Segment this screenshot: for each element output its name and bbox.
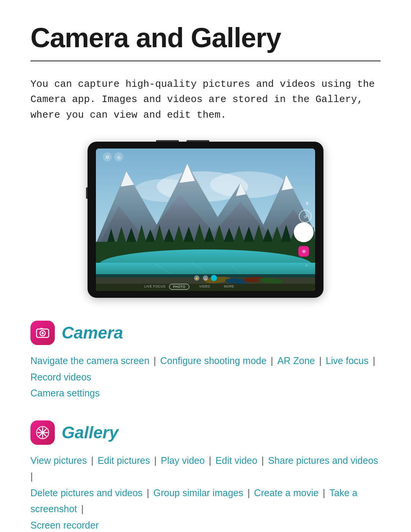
svg-point-69 bbox=[41, 332, 44, 334]
svg-text:≡: ≡ bbox=[306, 264, 308, 267]
camera-links: Navigate the camera screen | Configure s… bbox=[30, 353, 381, 401]
sep8: | bbox=[259, 455, 266, 466]
tablet-button-1 bbox=[156, 140, 179, 142]
svg-text:⚙: ⚙ bbox=[105, 155, 110, 160]
title-divider bbox=[30, 61, 381, 61]
gallery-section-title: Gallery bbox=[62, 423, 118, 442]
sep12: | bbox=[320, 487, 328, 498]
camera-section-header: Camera bbox=[30, 321, 381, 345]
svg-text:PHOTO: PHOTO bbox=[173, 285, 186, 289]
page-title: Camera and Gallery bbox=[30, 23, 381, 53]
link-ar-zone[interactable]: AR Zone bbox=[277, 355, 315, 366]
tablet-screen: ⚙ ◎ ∨ ↺ ✳ ≡ ⚡ bbox=[96, 149, 315, 291]
gallery-links: View pictures | Edit pictures | Play vid… bbox=[30, 452, 381, 532]
svg-point-3 bbox=[210, 171, 286, 198]
svg-text:✳: ✳ bbox=[301, 248, 306, 255]
tablet-side-button bbox=[86, 187, 88, 199]
link-live-focus[interactable]: Live focus bbox=[326, 355, 369, 366]
link-view-pictures[interactable]: View pictures bbox=[30, 455, 87, 466]
tablet-button-2 bbox=[186, 140, 209, 142]
svg-text:△: △ bbox=[204, 277, 207, 280]
camera-icon-svg bbox=[35, 325, 50, 340]
link-delete-pictures[interactable]: Delete pictures and videos bbox=[30, 487, 143, 498]
svg-rect-70 bbox=[40, 328, 43, 329]
gallery-section-header: Gallery bbox=[30, 420, 381, 445]
svg-text:VIDEO: VIDEO bbox=[199, 284, 210, 288]
camera-scene-svg: ⚙ ◎ ∨ ↺ ✳ ≡ ⚡ bbox=[96, 149, 315, 291]
camera-app-icon bbox=[30, 321, 55, 345]
sep2: | bbox=[268, 355, 276, 366]
sep11: | bbox=[245, 487, 252, 498]
sep5: | bbox=[88, 455, 96, 466]
svg-text:LIVE FOCUS: LIVE FOCUS bbox=[144, 284, 166, 288]
sep9: | bbox=[30, 471, 33, 482]
sep13: | bbox=[78, 503, 83, 514]
svg-text:◎: ◎ bbox=[117, 155, 121, 160]
link-play-video[interactable]: Play video bbox=[161, 455, 205, 466]
svg-text:⚡: ⚡ bbox=[195, 276, 199, 280]
tablet-illustration: ⚙ ◎ ∨ ↺ ✳ ≡ ⚡ bbox=[30, 142, 381, 298]
tablet-device: ⚙ ◎ ∨ ↺ ✳ ≡ ⚡ bbox=[88, 142, 323, 298]
sep10: | bbox=[144, 487, 152, 498]
gallery-app-icon bbox=[30, 420, 55, 445]
sep1: | bbox=[151, 355, 159, 366]
camera-section-title: Camera bbox=[62, 323, 123, 342]
link-group-images[interactable]: Group similar images bbox=[153, 487, 243, 498]
link-configure-shooting[interactable]: Configure shooting mode bbox=[160, 355, 266, 366]
link-record-videos[interactable]: Record videos bbox=[30, 372, 91, 382]
sep4: | bbox=[370, 355, 375, 366]
svg-text:∨: ∨ bbox=[305, 200, 309, 206]
svg-text:MORE: MORE bbox=[224, 284, 234, 288]
link-screen-recorder[interactable]: Screen recorder bbox=[30, 520, 99, 530]
link-edit-video[interactable]: Edit video bbox=[215, 455, 257, 466]
svg-text:↺: ↺ bbox=[304, 214, 307, 219]
svg-point-61 bbox=[211, 275, 217, 281]
link-share-pictures[interactable]: Share pictures and videos bbox=[268, 455, 378, 466]
link-navigate-camera[interactable]: Navigate the camera screen bbox=[30, 355, 150, 366]
sep7: | bbox=[206, 455, 214, 466]
svg-point-51 bbox=[294, 222, 314, 242]
link-edit-pictures[interactable]: Edit pictures bbox=[98, 455, 150, 466]
sep3: | bbox=[316, 355, 324, 366]
link-camera-settings[interactable]: Camera settings bbox=[30, 388, 100, 398]
gallery-icon-svg bbox=[35, 425, 50, 440]
sep6: | bbox=[151, 455, 159, 466]
link-create-movie[interactable]: Create a movie bbox=[254, 487, 319, 498]
intro-paragraph: You can capture high-quality pictures an… bbox=[30, 77, 381, 123]
